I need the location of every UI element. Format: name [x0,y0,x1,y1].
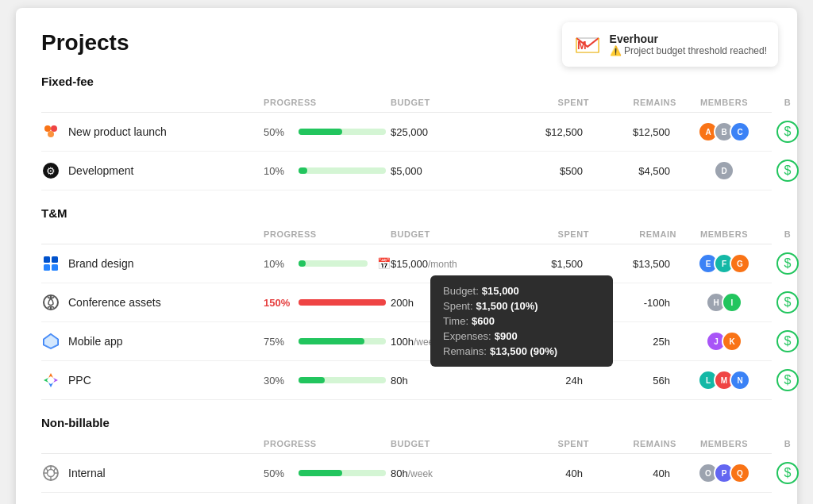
project-icon-internal [41,464,60,483]
project-icon-ppc [41,371,60,390]
avatar-stack: D [714,160,734,181]
spent-cell: 24h [502,375,589,387]
project-name-internal: Internal [41,464,264,483]
svg-rect-10 [52,256,58,263]
progress-bar-fill [299,167,307,174]
svg-text:M: M [577,39,587,52]
gmail-icon: M [573,30,602,59]
spent-cell: $500 [502,165,589,177]
progress-cell: 75% [264,336,391,348]
budget-cell: 200h [391,297,502,309]
col-headers-tm: PROGRESS BUDGET SPENT REMAIN MEMBERS B [41,225,772,244]
budget-button[interactable]: $ [776,330,799,352]
budget-button[interactable]: $ [776,160,799,182]
tooltip-budget-val: $15,000 [482,285,519,297]
members-cell: A B C [676,121,772,142]
col-members: MEMBERS [676,229,772,239]
budget-cell: 80h [391,375,502,387]
avatar: G [730,253,750,274]
progress-pct: 30% [264,375,292,387]
col-name [41,98,264,107]
budget-button[interactable]: $ [776,291,799,314]
progress-cell: 50% [264,467,391,479]
remains-cell: 56h [589,375,676,387]
avatar-stack: J K [706,331,742,352]
col-budget: BUDGET [391,439,502,448]
remains-cell: $12,500 [589,126,676,138]
avatar-stack: E F G [698,253,750,274]
budget-btn-cell: $ [772,369,803,391]
budget-cell: 100h/week [391,336,502,348]
svg-rect-12 [52,264,58,271]
svg-point-3 [44,125,51,132]
avatar: Q [730,463,750,483]
col-members: MEMBERS [676,98,772,107]
table-row: PPC 30% 80h 24h 56h L M N $ [41,361,772,400]
col-name [41,439,264,448]
table-row: New product launch 50% $25,000 $12,500 $… [41,113,772,152]
members-cell: D [676,160,772,181]
progress-bar-bg [299,260,368,267]
project-name-label: Conference assets [68,296,161,309]
budget-cell: $15,000/month [391,258,502,270]
spent-cell: $1,500 [502,258,589,270]
avatar: N [730,370,750,391]
budget-cell: $5,000 [391,165,502,177]
remains-cell: $13,500 [589,258,676,270]
col-budget: BUDGET [391,229,502,239]
progress-cell: 10% [264,165,391,177]
progress-cell: 30% [264,375,391,387]
project-name-label: Development [68,164,134,177]
avatar-stack: O P Q [698,463,750,483]
notification-badge[interactable]: M Everhour ⚠️ Project budget threshold r… [562,22,778,67]
progress-bar-fill [299,338,364,344]
table-row: Mobile app 75% 100h/week 25h J K $ [41,322,772,361]
project-name-ppc: PPC [41,371,264,390]
app-container: M Everhour ⚠️ Project budget threshold r… [16,8,797,504]
project-name-label: Internal [68,467,106,479]
budget-button[interactable]: $ [776,369,799,391]
progress-bar-bg [299,377,386,383]
budget-button[interactable]: $ [776,252,799,275]
col-remain: REMAIN [589,229,676,239]
svg-rect-11 [44,264,50,271]
project-name-label: Brand design [68,257,134,270]
members-cell: J K [676,331,772,352]
project-name-brand-design: Brand design [41,254,264,273]
col-b: B [772,229,803,239]
section-non-billable: Non-billable PROGRESS BUDGET SPENT REMAI… [41,416,772,493]
col-headers-non-billable: PROGRESS BUDGET SPENT REMAINS MEMBERS B [41,434,772,454]
col-budget: BUDGET [391,98,502,107]
svg-text:⚙: ⚙ [46,165,56,177]
budget-button[interactable]: $ [776,121,799,143]
spent-cell: $12,500 [502,126,589,138]
project-icon-development: ⚙ [41,161,60,180]
budget-btn-cell: $ [772,291,803,314]
project-name-label: Mobile app [68,335,123,348]
progress-bar-bg [299,167,386,174]
section-tm: T&M PROGRESS BUDGET SPENT REMAIN MEMBERS… [41,206,772,400]
col-spent: SPENT [502,229,589,239]
col-progress: PROGRESS [264,98,391,107]
progress-bar-bg [299,299,386,306]
progress-cell: 10% 📅 [264,257,391,270]
table-row: Conference assets 150% 200h -100h H I $ [41,283,772,322]
notification-text: Everhour ⚠️ Project budget threshold rea… [610,33,767,56]
project-name-mobile-app: Mobile app [41,332,264,351]
budget-cell: $25,000 [391,126,502,138]
section-label-fixed-fee: Fixed-fee [41,75,772,88]
members-cell: H I [676,292,772,313]
budget-button[interactable]: $ [776,462,799,484]
section-label-non-billable: Non-billable [41,416,772,429]
col-b: B [772,439,803,448]
notif-message: ⚠️ Project budget threshold reached! [610,45,767,56]
progress-pct: 50% [264,467,292,479]
section-label-tm: T&M [41,206,772,220]
svg-rect-9 [44,256,50,263]
budget-btn-cell: $ [772,462,803,484]
project-icon-conference-assets [41,293,60,312]
col-name [41,229,264,239]
col-remains: REMAINS [589,439,676,448]
table-row: ⚙ Development 10% $5,000 $500 $4,500 D [41,152,772,190]
progress-pct: 10% [264,258,292,270]
